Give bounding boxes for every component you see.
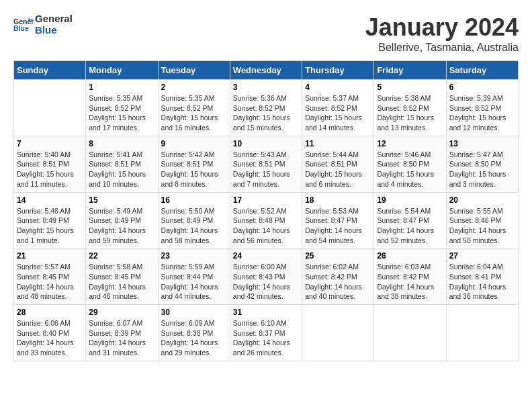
day-info: Sunrise: 5:36 AM Sunset: 8:52 PM Dayligh… — [233, 93, 299, 133]
week-row: 28Sunrise: 6:06 AM Sunset: 8:40 PM Dayli… — [14, 305, 519, 361]
day-info: Sunrise: 5:55 AM Sunset: 8:46 PM Dayligh… — [449, 206, 515, 246]
week-row: 21Sunrise: 5:57 AM Sunset: 8:45 PM Dayli… — [14, 248, 519, 305]
day-number: 31 — [233, 308, 299, 317]
calendar-cell — [302, 305, 374, 361]
calendar-cell: 17Sunrise: 5:52 AM Sunset: 8:48 PM Dayli… — [230, 192, 302, 248]
day-number: 10 — [233, 139, 299, 148]
calendar-cell: 10Sunrise: 5:43 AM Sunset: 8:51 PM Dayli… — [230, 136, 302, 192]
logo-line1: General — [35, 13, 73, 25]
day-info: Sunrise: 6:03 AM Sunset: 8:42 PM Dayligh… — [377, 262, 443, 302]
day-info: Sunrise: 6:09 AM Sunset: 8:38 PM Dayligh… — [161, 318, 227, 358]
day-number: 26 — [377, 251, 443, 261]
day-number: 19 — [377, 195, 443, 205]
calendar-cell: 15Sunrise: 5:49 AM Sunset: 8:49 PM Dayli… — [86, 192, 158, 248]
day-info: Sunrise: 5:48 AM Sunset: 8:49 PM Dayligh… — [17, 206, 83, 246]
day-number: 29 — [89, 308, 154, 317]
day-number: 28 — [17, 308, 83, 317]
calendar-cell: 29Sunrise: 6:07 AM Sunset: 8:39 PM Dayli… — [86, 305, 158, 361]
day-number: 22 — [89, 251, 154, 261]
day-info: Sunrise: 5:57 AM Sunset: 8:45 PM Dayligh… — [17, 262, 83, 302]
logo-line2: Blue — [35, 25, 73, 36]
day-number: 20 — [449, 195, 515, 205]
day-info: Sunrise: 5:44 AM Sunset: 8:51 PM Dayligh… — [305, 150, 371, 189]
day-number: 24 — [233, 251, 299, 261]
day-info: Sunrise: 5:52 AM Sunset: 8:48 PM Dayligh… — [233, 206, 299, 246]
header-wednesday: Wednesday — [230, 61, 302, 80]
calendar-cell: 8Sunrise: 5:41 AM Sunset: 8:51 PM Daylig… — [86, 136, 158, 192]
day-info: Sunrise: 5:54 AM Sunset: 8:47 PM Dayligh… — [377, 206, 443, 246]
calendar-cell: 14Sunrise: 5:48 AM Sunset: 8:49 PM Dayli… — [14, 192, 86, 248]
calendar-cell: 30Sunrise: 6:09 AM Sunset: 8:38 PM Dayli… — [158, 305, 230, 361]
day-number: 15 — [89, 195, 154, 205]
calendar-cell: 1Sunrise: 5:35 AM Sunset: 8:52 PM Daylig… — [86, 80, 158, 136]
header-tuesday: Tuesday — [158, 61, 230, 80]
calendar-cell: 24Sunrise: 6:00 AM Sunset: 8:43 PM Dayli… — [230, 248, 302, 305]
header-thursday: Thursday — [302, 61, 374, 80]
day-number: 18 — [305, 195, 371, 205]
day-info: Sunrise: 5:58 AM Sunset: 8:45 PM Dayligh… — [89, 262, 154, 302]
calendar-cell: 25Sunrise: 6:02 AM Sunset: 8:42 PM Dayli… — [302, 248, 374, 305]
day-number: 14 — [17, 195, 83, 205]
calendar-cell — [446, 305, 518, 361]
day-number: 9 — [161, 139, 227, 148]
calendar-cell: 13Sunrise: 5:47 AM Sunset: 8:50 PM Dayli… — [446, 136, 518, 192]
calendar-cell: 20Sunrise: 5:55 AM Sunset: 8:46 PM Dayli… — [446, 192, 518, 248]
day-number: 5 — [377, 83, 443, 92]
week-row: 7Sunrise: 5:40 AM Sunset: 8:51 PM Daylig… — [14, 136, 519, 192]
calendar-cell — [374, 305, 446, 361]
day-number: 11 — [305, 139, 371, 148]
calendar-cell: 12Sunrise: 5:46 AM Sunset: 8:50 PM Dayli… — [374, 136, 446, 192]
svg-text:Blue: Blue — [13, 24, 29, 32]
title-block: January 2024 Bellerive, Tasmania, Austra… — [365, 13, 519, 54]
day-number: 2 — [161, 83, 227, 92]
day-number: 12 — [377, 139, 443, 148]
day-info: Sunrise: 6:10 AM Sunset: 8:37 PM Dayligh… — [233, 318, 299, 358]
week-row: 1Sunrise: 5:35 AM Sunset: 8:52 PM Daylig… — [14, 80, 519, 136]
calendar-cell: 16Sunrise: 5:50 AM Sunset: 8:49 PM Dayli… — [158, 192, 230, 248]
day-number: 23 — [161, 251, 227, 261]
day-info: Sunrise: 5:42 AM Sunset: 8:51 PM Dayligh… — [161, 150, 227, 189]
day-number: 16 — [161, 195, 227, 205]
day-info: Sunrise: 6:04 AM Sunset: 8:41 PM Dayligh… — [449, 262, 515, 302]
calendar-cell: 22Sunrise: 5:58 AM Sunset: 8:45 PM Dayli… — [86, 248, 158, 305]
day-number: 27 — [449, 251, 515, 261]
header-saturday: Saturday — [446, 61, 518, 80]
day-number: 6 — [449, 83, 515, 92]
week-row: 14Sunrise: 5:48 AM Sunset: 8:49 PM Dayli… — [14, 192, 519, 248]
day-info: Sunrise: 5:43 AM Sunset: 8:51 PM Dayligh… — [233, 150, 299, 189]
calendar-title: January 2024 — [365, 13, 519, 42]
calendar-cell: 27Sunrise: 6:04 AM Sunset: 8:41 PM Dayli… — [446, 248, 518, 305]
calendar-cell: 9Sunrise: 5:42 AM Sunset: 8:51 PM Daylig… — [158, 136, 230, 192]
page-header: General Blue General Blue January 2024 B… — [13, 13, 519, 54]
day-number: 4 — [305, 83, 371, 92]
calendar-cell: 11Sunrise: 5:44 AM Sunset: 8:51 PM Dayli… — [302, 136, 374, 192]
calendar-cell: 2Sunrise: 5:35 AM Sunset: 8:52 PM Daylig… — [158, 80, 230, 136]
calendar-cell — [14, 80, 86, 136]
day-number: 17 — [233, 195, 299, 205]
calendar-subtitle: Bellerive, Tasmania, Australia — [365, 42, 519, 54]
header-row: SundayMondayTuesdayWednesdayThursdayFrid… — [14, 61, 519, 80]
day-info: Sunrise: 5:35 AM Sunset: 8:52 PM Dayligh… — [89, 93, 154, 133]
day-info: Sunrise: 5:46 AM Sunset: 8:50 PM Dayligh… — [377, 150, 443, 189]
day-info: Sunrise: 6:06 AM Sunset: 8:40 PM Dayligh… — [17, 318, 83, 358]
day-info: Sunrise: 6:07 AM Sunset: 8:39 PM Dayligh… — [89, 318, 154, 358]
day-info: Sunrise: 6:02 AM Sunset: 8:42 PM Dayligh… — [305, 262, 371, 302]
day-number: 13 — [449, 139, 515, 148]
calendar-cell: 28Sunrise: 6:06 AM Sunset: 8:40 PM Dayli… — [14, 305, 86, 361]
day-number: 21 — [17, 251, 83, 261]
logo: General Blue General Blue — [13, 13, 73, 36]
day-info: Sunrise: 5:38 AM Sunset: 8:52 PM Dayligh… — [377, 93, 443, 133]
day-info: Sunrise: 5:35 AM Sunset: 8:52 PM Dayligh… — [161, 93, 227, 133]
day-number: 8 — [89, 139, 154, 148]
calendar-cell: 3Sunrise: 5:36 AM Sunset: 8:52 PM Daylig… — [230, 80, 302, 136]
logo-icon: General Blue — [13, 15, 34, 35]
day-info: Sunrise: 5:59 AM Sunset: 8:44 PM Dayligh… — [161, 262, 227, 302]
day-number: 3 — [233, 83, 299, 92]
header-monday: Monday — [86, 61, 158, 80]
day-info: Sunrise: 5:40 AM Sunset: 8:51 PM Dayligh… — [17, 150, 83, 189]
day-info: Sunrise: 5:47 AM Sunset: 8:50 PM Dayligh… — [449, 150, 515, 189]
calendar-cell: 5Sunrise: 5:38 AM Sunset: 8:52 PM Daylig… — [374, 80, 446, 136]
header-friday: Friday — [374, 61, 446, 80]
calendar-table: SundayMondayTuesdayWednesdayThursdayFrid… — [13, 60, 519, 361]
day-number: 1 — [89, 83, 154, 92]
